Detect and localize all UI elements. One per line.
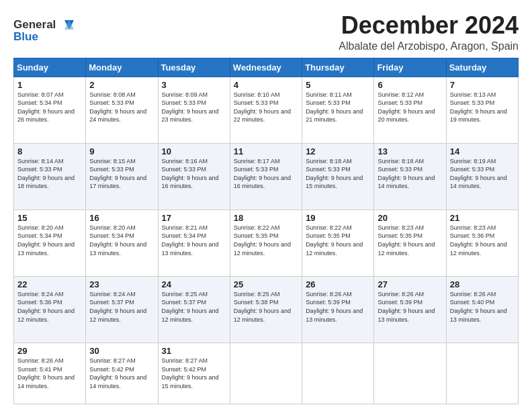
calendar-cell: 15Sunrise: 8:20 AM Sunset: 5:34 PM Dayli… xyxy=(14,210,86,276)
column-header-tuesday: Tuesday xyxy=(158,58,230,77)
calendar-cell: 25Sunrise: 8:25 AM Sunset: 5:38 PM Dayli… xyxy=(230,276,302,342)
calendar-body: 1Sunrise: 8:07 AM Sunset: 5:34 PM Daylig… xyxy=(14,77,519,404)
day-number: 13 xyxy=(378,146,442,156)
calendar-cell: 18Sunrise: 8:22 AM Sunset: 5:35 PM Dayli… xyxy=(230,210,302,276)
day-number: 25 xyxy=(234,279,298,289)
column-header-monday: Monday xyxy=(86,58,158,77)
column-header-friday: Friday xyxy=(374,58,446,77)
calendar-cell: 10Sunrise: 8:16 AM Sunset: 5:33 PM Dayli… xyxy=(158,143,230,210)
calendar-cell: 27Sunrise: 8:26 AM Sunset: 5:39 PM Dayli… xyxy=(374,276,446,342)
day-number: 3 xyxy=(162,80,226,90)
calendar-week-row: 1Sunrise: 8:07 AM Sunset: 5:34 PM Daylig… xyxy=(14,77,519,143)
day-info: Sunrise: 8:27 AM Sunset: 5:42 PM Dayligh… xyxy=(162,357,226,390)
calendar-week-row: 22Sunrise: 8:24 AM Sunset: 5:36 PM Dayli… xyxy=(14,276,519,342)
day-info: Sunrise: 8:20 AM Sunset: 5:34 PM Dayligh… xyxy=(89,224,154,257)
calendar-cell: 3Sunrise: 8:09 AM Sunset: 5:33 PM Daylig… xyxy=(158,77,230,143)
calendar-cell xyxy=(446,342,518,404)
svg-text:Blue: Blue xyxy=(13,30,38,43)
day-number: 24 xyxy=(162,279,226,289)
day-number: 14 xyxy=(450,146,515,156)
day-number: 8 xyxy=(17,146,82,156)
svg-text:General: General xyxy=(13,18,56,31)
calendar-cell: 7Sunrise: 8:13 AM Sunset: 5:33 PM Daylig… xyxy=(446,77,518,143)
day-info: Sunrise: 8:26 AM Sunset: 5:39 PM Dayligh… xyxy=(378,290,442,324)
day-number: 18 xyxy=(234,213,298,223)
day-info: Sunrise: 8:09 AM Sunset: 5:33 PM Dayligh… xyxy=(162,91,226,124)
day-info: Sunrise: 8:19 AM Sunset: 5:33 PM Dayligh… xyxy=(450,157,515,191)
month-title: December 2024 xyxy=(339,12,519,39)
calendar-cell: 24Sunrise: 8:25 AM Sunset: 5:37 PM Dayli… xyxy=(158,276,230,342)
day-number: 19 xyxy=(306,213,370,223)
day-info: Sunrise: 8:08 AM Sunset: 5:33 PM Dayligh… xyxy=(89,91,154,124)
day-info: Sunrise: 8:18 AM Sunset: 5:33 PM Dayligh… xyxy=(378,157,442,191)
calendar-cell: 29Sunrise: 8:26 AM Sunset: 5:41 PM Dayli… xyxy=(14,342,86,404)
calendar-cell: 14Sunrise: 8:19 AM Sunset: 5:33 PM Dayli… xyxy=(446,143,518,210)
calendar-cell: 21Sunrise: 8:23 AM Sunset: 5:36 PM Dayli… xyxy=(446,210,518,276)
day-number: 11 xyxy=(234,146,298,156)
day-number: 28 xyxy=(450,279,515,289)
column-header-saturday: Saturday xyxy=(446,58,518,77)
day-info: Sunrise: 8:10 AM Sunset: 5:33 PM Dayligh… xyxy=(234,91,298,124)
day-info: Sunrise: 8:17 AM Sunset: 5:33 PM Dayligh… xyxy=(234,157,298,191)
day-info: Sunrise: 8:26 AM Sunset: 5:41 PM Dayligh… xyxy=(17,357,82,390)
header: General Blue December 2024 Albalate del … xyxy=(13,12,519,52)
calendar-table: SundayMondayTuesdayWednesdayThursdayFrid… xyxy=(13,58,519,404)
day-info: Sunrise: 8:24 AM Sunset: 5:36 PM Dayligh… xyxy=(17,290,82,324)
calendar-week-row: 15Sunrise: 8:20 AM Sunset: 5:34 PM Dayli… xyxy=(14,210,519,276)
day-info: Sunrise: 8:18 AM Sunset: 5:33 PM Dayligh… xyxy=(306,157,370,191)
calendar-cell: 16Sunrise: 8:20 AM Sunset: 5:34 PM Dayli… xyxy=(86,210,158,276)
day-info: Sunrise: 8:24 AM Sunset: 5:37 PM Dayligh… xyxy=(89,290,154,324)
day-info: Sunrise: 8:22 AM Sunset: 5:35 PM Dayligh… xyxy=(306,224,370,257)
day-number: 27 xyxy=(378,279,442,289)
title-block: December 2024 Albalate del Arzobispo, Ar… xyxy=(339,12,519,52)
day-number: 26 xyxy=(306,279,370,289)
day-number: 30 xyxy=(89,346,154,356)
location-title: Albalate del Arzobispo, Aragon, Spain xyxy=(339,40,519,52)
calendar-cell: 13Sunrise: 8:18 AM Sunset: 5:33 PM Dayli… xyxy=(374,143,446,210)
calendar-cell xyxy=(230,342,302,404)
calendar-cell: 22Sunrise: 8:24 AM Sunset: 5:36 PM Dayli… xyxy=(14,276,86,342)
day-number: 20 xyxy=(378,213,442,223)
logo-text: General Blue xyxy=(13,15,74,46)
day-number: 16 xyxy=(89,213,154,223)
day-info: Sunrise: 8:25 AM Sunset: 5:37 PM Dayligh… xyxy=(162,290,226,324)
day-info: Sunrise: 8:20 AM Sunset: 5:34 PM Dayligh… xyxy=(17,224,82,257)
column-header-wednesday: Wednesday xyxy=(230,58,302,77)
day-number: 10 xyxy=(162,146,226,156)
day-info: Sunrise: 8:07 AM Sunset: 5:34 PM Dayligh… xyxy=(17,91,82,124)
calendar-cell: 1Sunrise: 8:07 AM Sunset: 5:34 PM Daylig… xyxy=(14,77,86,143)
calendar-cell: 9Sunrise: 8:15 AM Sunset: 5:33 PM Daylig… xyxy=(86,143,158,210)
day-info: Sunrise: 8:25 AM Sunset: 5:38 PM Dayligh… xyxy=(234,290,298,324)
day-number: 9 xyxy=(89,146,154,156)
logo: General Blue xyxy=(13,15,74,46)
calendar-cell: 8Sunrise: 8:14 AM Sunset: 5:33 PM Daylig… xyxy=(14,143,86,210)
calendar-header-row: SundayMondayTuesdayWednesdayThursdayFrid… xyxy=(14,58,519,77)
day-info: Sunrise: 8:21 AM Sunset: 5:34 PM Dayligh… xyxy=(162,224,226,257)
day-number: 4 xyxy=(234,80,298,90)
day-number: 12 xyxy=(306,146,370,156)
day-number: 21 xyxy=(450,213,515,223)
day-info: Sunrise: 8:16 AM Sunset: 5:33 PM Dayligh… xyxy=(162,157,226,191)
day-info: Sunrise: 8:13 AM Sunset: 5:33 PM Dayligh… xyxy=(450,91,515,124)
calendar-cell xyxy=(302,342,374,404)
column-header-sunday: Sunday xyxy=(14,58,86,77)
day-info: Sunrise: 8:23 AM Sunset: 5:35 PM Dayligh… xyxy=(378,224,442,257)
calendar-cell: 31Sunrise: 8:27 AM Sunset: 5:42 PM Dayli… xyxy=(158,342,230,404)
day-number: 7 xyxy=(450,80,515,90)
day-info: Sunrise: 8:26 AM Sunset: 5:39 PM Dayligh… xyxy=(306,290,370,324)
day-number: 23 xyxy=(89,279,154,289)
calendar-cell: 20Sunrise: 8:23 AM Sunset: 5:35 PM Dayli… xyxy=(374,210,446,276)
day-number: 22 xyxy=(17,279,82,289)
calendar-cell: 26Sunrise: 8:26 AM Sunset: 5:39 PM Dayli… xyxy=(302,276,374,342)
calendar-cell: 6Sunrise: 8:12 AM Sunset: 5:33 PM Daylig… xyxy=(374,77,446,143)
day-info: Sunrise: 8:14 AM Sunset: 5:33 PM Dayligh… xyxy=(17,157,82,191)
calendar-cell: 23Sunrise: 8:24 AM Sunset: 5:37 PM Dayli… xyxy=(86,276,158,342)
day-info: Sunrise: 8:12 AM Sunset: 5:33 PM Dayligh… xyxy=(378,91,442,124)
calendar-cell: 17Sunrise: 8:21 AM Sunset: 5:34 PM Dayli… xyxy=(158,210,230,276)
calendar-cell: 30Sunrise: 8:27 AM Sunset: 5:42 PM Dayli… xyxy=(86,342,158,404)
day-number: 17 xyxy=(162,213,226,223)
calendar-cell: 4Sunrise: 8:10 AM Sunset: 5:33 PM Daylig… xyxy=(230,77,302,143)
calendar-cell: 28Sunrise: 8:26 AM Sunset: 5:40 PM Dayli… xyxy=(446,276,518,342)
calendar-cell: 12Sunrise: 8:18 AM Sunset: 5:33 PM Dayli… xyxy=(302,143,374,210)
calendar-week-row: 29Sunrise: 8:26 AM Sunset: 5:41 PM Dayli… xyxy=(14,342,519,404)
